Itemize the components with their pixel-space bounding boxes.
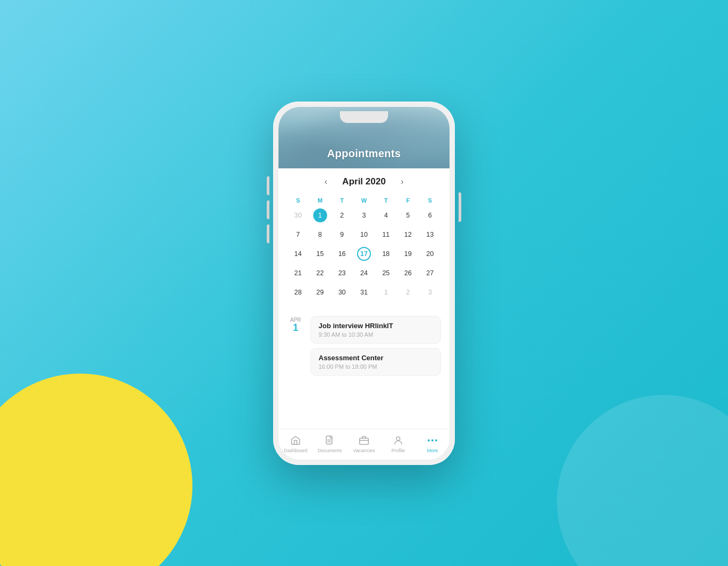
nav-item-dashboard[interactable]: Dashboard — [278, 433, 313, 454]
calendar-day[interactable]: 13 — [419, 225, 441, 244]
day-header-tue: T — [331, 195, 353, 206]
calendar-day[interactable]: 4 — [375, 206, 397, 225]
calendar-day[interactable]: 3 — [353, 206, 375, 225]
calendar-week-row: 14151617181920 — [287, 244, 441, 263]
calendar-day[interactable]: 25 — [375, 263, 397, 283]
calendar-day[interactable]: 2 — [331, 206, 353, 225]
nav-item-documents[interactable]: Documents — [313, 433, 347, 454]
event-time: 9:30 AM to 10:30 AM — [319, 331, 433, 338]
calendar-day[interactable]: 16 — [331, 244, 353, 263]
bg-circle-yellow — [0, 374, 192, 566]
calendar-grid: S M T W T F S 30123456789101112131415161… — [287, 195, 441, 302]
calendar-day[interactable]: 5 — [397, 206, 419, 225]
dot-2 — [431, 439, 433, 441]
calendar-day[interactable]: 20 — [419, 244, 441, 263]
page-title: Appointments — [278, 148, 450, 160]
dot-3 — [435, 439, 437, 441]
svg-point-5 — [397, 437, 400, 440]
nav-label-dashboard: Dashboard — [284, 448, 307, 453]
calendar-day[interactable]: 8 — [309, 225, 331, 244]
calendar-day[interactable]: 7 — [287, 225, 309, 244]
calendar-day[interactable]: 11 — [375, 225, 397, 244]
calendar-day[interactable]: 6 — [419, 206, 441, 225]
event-day: 1 — [293, 323, 298, 334]
bg-circle-teal — [557, 395, 728, 566]
event-title: Job interview HRlinkIT — [319, 322, 433, 330]
calendar-nav: ‹ April 2020 › — [287, 175, 441, 189]
event-time: 16:00 PM to 18:00 PM — [319, 363, 433, 370]
calendar-day[interactable]: 29 — [309, 283, 331, 302]
calendar-week-row: 78910111213 — [287, 225, 441, 244]
calendar-day[interactable]: 10 — [353, 225, 375, 244]
phone-notch — [340, 111, 388, 123]
events-section: Apr 1 Job interview HRlinkIT9:30 AM to 1… — [278, 309, 450, 429]
home-icon — [290, 435, 301, 446]
nav-label-documents: Documents — [317, 448, 342, 453]
calendar-day[interactable]: 21 — [287, 263, 309, 283]
nav-item-vacancies[interactable]: Vacancies — [347, 433, 381, 454]
next-month-button[interactable]: › — [397, 175, 408, 189]
calendar-day[interactable]: 17 — [353, 244, 375, 263]
bottom-nav: Dashboard Documents — [278, 429, 450, 460]
calendar-day[interactable]: 19 — [397, 244, 419, 263]
event-month: Apr — [290, 317, 301, 323]
calendar-day[interactable]: 27 — [419, 263, 441, 283]
phone-screen: Appointments ‹ April 2020 › S M T — [278, 107, 450, 460]
day-header-mon: M — [309, 195, 331, 206]
calendar-day[interactable]: 1 — [375, 283, 397, 302]
svg-rect-3 — [360, 438, 369, 444]
calendar-day[interactable]: 12 — [397, 225, 419, 244]
calendar-day[interactable]: 24 — [353, 263, 375, 283]
calendar-day[interactable]: 15 — [309, 244, 331, 263]
day-header-sat: S — [419, 195, 441, 206]
phone-shell: Appointments ‹ April 2020 › S M T — [273, 102, 455, 465]
content-area: ‹ April 2020 › S M T W T F S — [278, 168, 450, 429]
nav-label-profile: Profile — [391, 448, 405, 453]
nav-label-more: More — [427, 448, 438, 453]
calendar-week-row: 21222324252627 — [287, 263, 441, 283]
calendar-day[interactable]: 30 — [287, 206, 309, 225]
event-title: Assessment Center — [319, 354, 433, 362]
prev-month-button[interactable]: ‹ — [320, 175, 331, 189]
calendar-week-row: 28293031123 — [287, 283, 441, 302]
event-date-row: Apr 1 Job interview HRlinkIT9:30 AM to 1… — [287, 316, 441, 376]
calendar-day[interactable]: 22 — [309, 263, 331, 283]
event-card[interactable]: Assessment Center16:00 PM to 18:00 PM — [311, 348, 441, 376]
calendar-day[interactable]: 31 — [353, 283, 375, 302]
day-header-sun: S — [287, 195, 309, 206]
nav-item-more[interactable]: More — [415, 433, 450, 454]
calendar-day[interactable]: 28 — [287, 283, 309, 302]
dot-1 — [428, 439, 430, 441]
event-card[interactable]: Job interview HRlinkIT9:30 AM to 10:30 A… — [311, 316, 441, 344]
nav-item-profile[interactable]: Profile — [381, 433, 415, 454]
calendar-day[interactable]: 3 — [419, 283, 441, 302]
day-header-wed: W — [353, 195, 375, 206]
calendar-day[interactable]: 9 — [331, 225, 353, 244]
profile-icon — [392, 435, 404, 446]
day-header-fri: F — [397, 195, 419, 206]
calendar-day[interactable]: 26 — [397, 263, 419, 283]
calendar-day[interactable]: 2 — [397, 283, 419, 302]
calendar-day[interactable]: 1 — [309, 206, 331, 225]
briefcase-icon — [358, 435, 370, 446]
calendar-header-row: S M T W T F S — [287, 195, 441, 206]
document-icon — [324, 435, 336, 446]
calendar-month-year: April 2020 — [342, 176, 385, 187]
day-header-thu: T — [375, 195, 397, 206]
calendar: ‹ April 2020 › S M T W T F S — [278, 168, 450, 302]
calendar-day[interactable]: 30 — [331, 283, 353, 302]
calendar-week-row: 30123456 — [287, 206, 441, 225]
calendar-day[interactable]: 14 — [287, 244, 309, 263]
calendar-day[interactable]: 23 — [331, 263, 353, 283]
event-date-label: Apr 1 — [287, 316, 304, 376]
calendar-events-spacer — [278, 302, 450, 309]
events-list: Job interview HRlinkIT9:30 AM to 10:30 A… — [311, 316, 441, 376]
nav-label-vacancies: Vacancies — [353, 448, 375, 453]
calendar-day[interactable]: 18 — [375, 244, 397, 263]
more-icon — [427, 435, 438, 446]
